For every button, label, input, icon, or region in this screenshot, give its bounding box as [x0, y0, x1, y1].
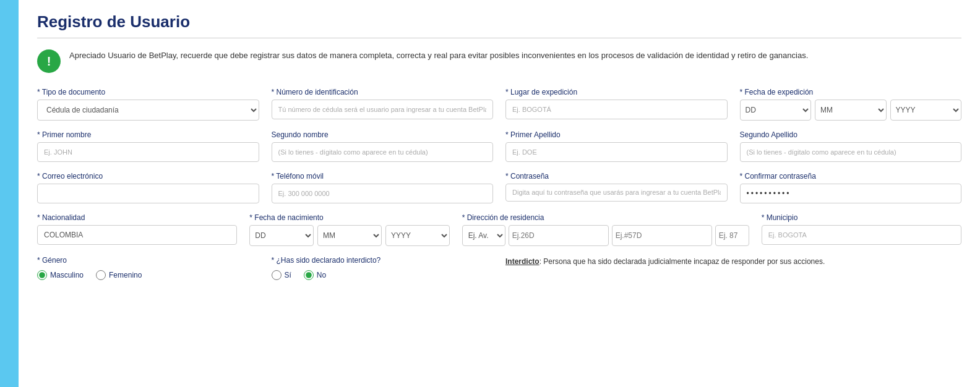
genero-group: * Género Masculino Femenino — [37, 256, 259, 280]
numero-identificacion-input[interactable] — [272, 100, 494, 119]
segundo-apellido-label: Segundo Apellido — [740, 130, 962, 139]
interdicto-link[interactable]: Interdicto — [505, 257, 539, 266]
genero-label: * Género — [37, 256, 259, 265]
form-row-2: * Primer nombre Segundo nombre * Primer … — [37, 130, 961, 162]
fecha-nacimiento-dd[interactable]: DD — [249, 225, 314, 246]
direccion-residencia-group: * Dirección de residencia Ej. Av. Calle … — [462, 213, 749, 246]
telefono-movil-input[interactable] — [272, 184, 494, 203]
alert-text: Apreciado Usuario de BetPlay, recuerde q… — [69, 49, 808, 62]
page-title: Registro de Usuario — [37, 12, 961, 32]
tipo-documento-group: * Tipo de documento Cédula de ciudadanía… — [37, 88, 259, 121]
genero-radio-group: Masculino Femenino — [37, 270, 259, 280]
segundo-apellido-input[interactable] — [740, 142, 962, 162]
fecha-expedicion-yyyy[interactable]: YYYY — [890, 100, 962, 121]
contrasena-label: * Contraseña — [505, 172, 728, 181]
primer-apellido-label: * Primer Apellido — [505, 130, 728, 139]
main-content: Registro de Usuario ! Apreciado Usuario … — [19, 0, 980, 387]
interdicto-no-radio[interactable] — [304, 270, 314, 280]
interdicto-no-option[interactable]: No — [304, 270, 326, 280]
fecha-nacimiento-group: * Fecha de nacimiento DD MM YYYY — [249, 213, 449, 246]
form-row-3: * Correo electrónico * Teléfono móvil * … — [37, 172, 961, 203]
lugar-expedicion-group: * Lugar de expedición — [505, 88, 728, 121]
direccion-residencia-label: * Dirección de residencia — [462, 213, 749, 222]
numero-identificacion-group: * Número de identificación — [272, 88, 494, 121]
direccion-address-group: Ej. Av. Calle Carrera Avenida — [462, 225, 749, 246]
direccion-street-select[interactable]: Ej. Av. Calle Carrera Avenida — [462, 225, 505, 246]
fecha-expedicion-mm[interactable]: MM — [815, 100, 887, 121]
segundo-nombre-group: Segundo nombre — [272, 130, 494, 162]
primer-nombre-input[interactable] — [37, 142, 259, 162]
fecha-nacimiento-yyyy[interactable]: YYYY — [385, 225, 450, 246]
left-accent-bar — [0, 0, 19, 387]
genero-masculino-radio[interactable] — [37, 270, 47, 280]
fecha-expedicion-group: * Fecha de expedición DD MM YYYY — [740, 88, 962, 121]
numero-identificacion-label: * Número de identificación — [272, 88, 494, 96]
municipio-label: * Municipio — [762, 213, 961, 222]
fecha-nacimiento-mm[interactable]: MM — [317, 225, 382, 246]
nacionalidad-group: * Nacionalidad — [37, 213, 237, 246]
primer-apellido-group: * Primer Apellido — [505, 130, 728, 162]
fecha-nacimiento-label: * Fecha de nacimiento — [249, 213, 449, 222]
genero-masculino-label: Masculino — [50, 271, 84, 279]
form-row-4: * Nacionalidad * Fecha de nacimiento DD … — [37, 213, 961, 246]
direccion-num2-input[interactable] — [612, 225, 712, 246]
interdicto-no-label: No — [317, 271, 326, 279]
confirmar-contrasena-label: * Confirmar contraseña — [740, 172, 962, 181]
municipio-group: * Municipio — [762, 213, 961, 246]
telefono-movil-group: * Teléfono móvil — [272, 172, 494, 203]
alert-box: ! Apreciado Usuario de BetPlay, recuerde… — [37, 49, 961, 73]
interdicto-pregunta-group: * ¿Has sido declarado interdicto? Sí No — [272, 256, 494, 280]
genero-femenino-label: Femenino — [109, 271, 142, 279]
alert-icon: ! — [37, 49, 61, 73]
fecha-expedicion-dd[interactable]: DD — [740, 100, 812, 121]
fecha-expedicion-label: * Fecha de expedición — [740, 88, 962, 96]
tipo-documento-select[interactable]: Cédula de ciudadanía Pasaporte Cédula de… — [37, 100, 259, 121]
primer-apellido-input[interactable] — [505, 142, 728, 162]
confirmar-contrasena-group: * Confirmar contraseña — [740, 172, 962, 203]
genero-femenino-option[interactable]: Femenino — [96, 270, 142, 280]
correo-electronico-input[interactable] — [37, 184, 259, 203]
lugar-expedicion-input[interactable] — [505, 100, 728, 119]
lugar-expedicion-label: * Lugar de expedición — [505, 88, 728, 96]
interdicto-info-group: Interdicto: Persona que ha sido declarad… — [505, 256, 961, 268]
interdicto-description-text: : Persona que ha sido declarada judicial… — [539, 257, 825, 266]
segundo-apellido-group: Segundo Apellido — [740, 130, 962, 162]
correo-electronico-group: * Correo electrónico — [37, 172, 259, 203]
contrasena-group: * Contraseña — [505, 172, 728, 203]
primer-nombre-label: * Primer nombre — [37, 130, 259, 139]
fecha-expedicion-date-group: DD MM YYYY — [740, 100, 962, 121]
municipio-input[interactable] — [762, 225, 961, 245]
title-divider — [37, 38, 961, 38]
contrasena-input[interactable] — [505, 184, 728, 202]
primer-nombre-group: * Primer nombre — [37, 130, 259, 162]
interdicto-pregunta-label: * ¿Has sido declarado interdicto? — [272, 256, 494, 265]
nacionalidad-input[interactable] — [37, 225, 237, 245]
form-row-1: * Tipo de documento Cédula de ciudadanía… — [37, 88, 961, 121]
form-row-5: * Género Masculino Femenino * ¿Has sido … — [37, 256, 961, 280]
tipo-documento-label: * Tipo de documento — [37, 88, 259, 96]
interdicto-radio-group: Sí No — [272, 270, 494, 280]
direccion-num3-input[interactable] — [715, 225, 749, 246]
interdicto-si-radio[interactable] — [272, 270, 282, 280]
segundo-nombre-input[interactable] — [272, 142, 494, 162]
confirmar-contrasena-input[interactable] — [740, 184, 962, 203]
nacionalidad-label: * Nacionalidad — [37, 213, 237, 222]
direccion-num1-input[interactable] — [509, 225, 609, 246]
genero-masculino-option[interactable]: Masculino — [37, 270, 84, 280]
fecha-nacimiento-date-group: DD MM YYYY — [249, 225, 449, 246]
interdicto-description: Interdicto: Persona que ha sido declarad… — [505, 256, 961, 268]
interdicto-si-label: Sí — [285, 271, 291, 279]
correo-electronico-label: * Correo electrónico — [37, 172, 259, 181]
genero-femenino-radio[interactable] — [96, 270, 106, 280]
interdicto-si-option[interactable]: Sí — [272, 270, 291, 280]
telefono-movil-label: * Teléfono móvil — [272, 172, 494, 181]
segundo-nombre-label: Segundo nombre — [272, 130, 494, 139]
